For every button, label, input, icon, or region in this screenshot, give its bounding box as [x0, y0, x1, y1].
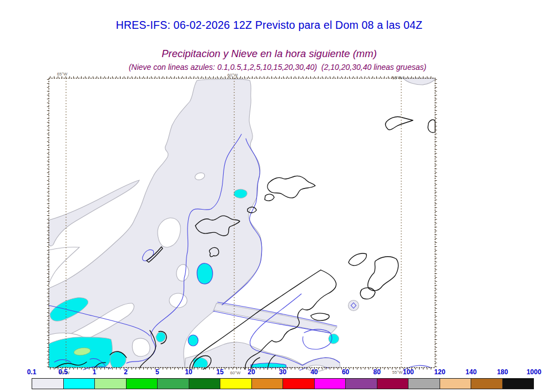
colorbar-tick-label: 1000 — [527, 368, 542, 376]
colorbar-cell — [471, 379, 503, 389]
colorbar-cell — [158, 379, 189, 389]
colorbar-tick-label: 60 — [342, 368, 349, 376]
colorbar-tick-label: 10 — [185, 368, 192, 376]
colorbar-tick-label: 1 — [93, 368, 97, 376]
dry-hole — [132, 338, 150, 357]
colorbar-tick-label: 15 — [216, 368, 224, 376]
colorbar-cell — [95, 379, 127, 389]
page-title: HRES-IFS: 06-02-2026 12Z Previsto para e… — [0, 19, 538, 32]
coastline-island — [386, 116, 413, 130]
colorbar-cell — [315, 379, 346, 389]
colorbar-tick-label: 100 — [403, 368, 414, 376]
colorbar-tick-label: 0.5 — [58, 368, 68, 376]
coastline-islet — [311, 313, 329, 320]
colorbar-tick-label: 140 — [466, 368, 477, 376]
colorbar-cell — [503, 379, 534, 389]
forecast-map — [44, 72, 442, 378]
coastline-island — [349, 253, 366, 266]
colorbar — [32, 378, 534, 389]
colorbar-cell — [283, 379, 315, 389]
colorbar-cell — [64, 379, 95, 389]
colorbar-tick-label: 5 — [155, 368, 159, 376]
colorbar-tick-label: 2 — [124, 368, 128, 376]
cyan-patch-center — [197, 263, 213, 284]
colorbar-tick-label: 80 — [374, 368, 381, 376]
shaded-ring — [349, 301, 359, 311]
colorbar-cell — [440, 379, 472, 389]
coastline-chain — [268, 176, 315, 197]
colorbar-cell — [377, 379, 409, 389]
colorbar-cell — [408, 379, 440, 389]
colorbar-cell — [346, 379, 377, 389]
page-subtitle: Precipitacion y Nieve en la hora siguien… — [0, 48, 538, 60]
colorbar-cell — [220, 379, 252, 389]
colorbar-tick-label: 20 — [248, 368, 255, 376]
colorbar-tick-label: 30 — [279, 368, 286, 376]
coastline-island — [368, 257, 398, 291]
shaded-diagonal-band — [214, 303, 337, 333]
colorbar-cell — [252, 379, 284, 389]
colorbar-cell — [32, 379, 64, 389]
coastline-island — [428, 120, 435, 133]
weather-forecast-page: HRES-IFS: 06-02-2026 12Z Previsto para e… — [0, 0, 555, 392]
colorbar-cell — [127, 379, 158, 389]
cyan-patch-small-upper — [234, 189, 247, 198]
colorbar-tick-label: 120 — [434, 368, 445, 376]
coastline-islet — [265, 194, 274, 201]
colorbar-cell — [189, 379, 221, 389]
coastline-island — [360, 288, 375, 299]
colorbar-tick-label: 180 — [497, 368, 508, 376]
snow-contour-legend: (Nieve con lineas azules: 0.1,0.5,1,2,5,… — [0, 63, 555, 72]
colorbar-scale-labels: 0.10.5125101520304060801001201401801000 — [32, 368, 534, 376]
cyan-dot-mid — [188, 335, 198, 346]
colorbar-tick-label: 40 — [310, 368, 317, 376]
shaded-sliver-top-right — [403, 78, 435, 85]
shaded-region-main — [49, 79, 262, 368]
colorbar-tick-label: 0.1 — [27, 368, 37, 376]
cyan-dot-right — [329, 334, 339, 344]
